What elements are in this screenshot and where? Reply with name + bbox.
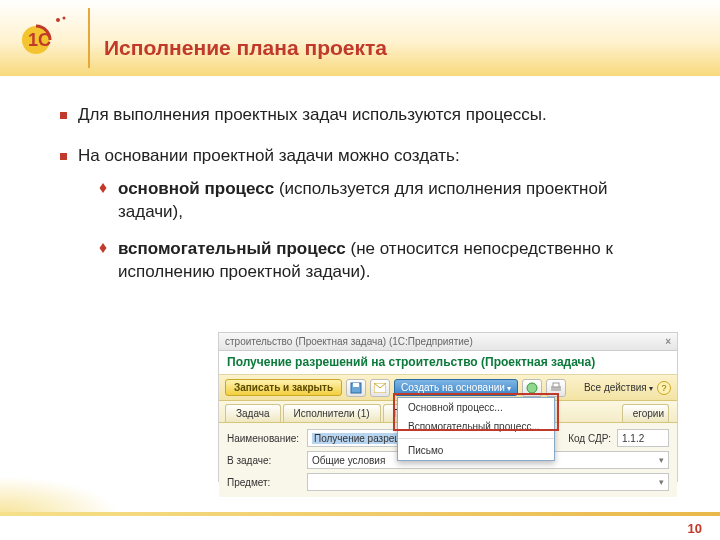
save-button[interactable] — [346, 379, 366, 397]
create-based-on-button[interactable]: Создать на основании — [394, 379, 518, 396]
menu-item-main-process[interactable]: Основной процесс... — [398, 398, 554, 417]
svg-point-7 — [527, 383, 537, 393]
footer-line — [0, 512, 720, 516]
subbullet-2: вспомогательный процесс (не относится не… — [90, 238, 660, 284]
svg-point-2 — [56, 18, 60, 22]
help-button[interactable]: ? — [657, 381, 671, 395]
bullet-1: Для выполнения проектных задач использую… — [60, 104, 660, 127]
bullet-2-text: На основании проектной задачи можно созд… — [78, 146, 460, 165]
subject-label: Предмет: — [227, 477, 301, 488]
save-and-close-button[interactable]: Записать и закрыть — [225, 379, 342, 396]
footer-decoration — [0, 476, 120, 516]
bullet-2: На основании проектной задачи можно созд… — [60, 145, 660, 284]
subbullet-1: основной процесс (используется для испол… — [90, 178, 660, 224]
menu-item-aux-process[interactable]: Вспомогательный процесс... — [398, 417, 554, 436]
create-based-on-menu: Основной процесс... Вспомогательный проц… — [397, 397, 555, 461]
diskette-icon — [350, 382, 362, 394]
all-actions-button[interactable]: Все действия — [584, 382, 653, 393]
menu-item-letter[interactable]: Письмо — [398, 441, 554, 460]
print-button[interactable] — [546, 379, 566, 397]
page-number: 10 — [688, 521, 702, 536]
in-task-label: В задаче: — [227, 455, 301, 466]
svg-rect-5 — [353, 383, 359, 387]
window-title-text: строительство (Проектная задача) (1С:Пре… — [225, 336, 473, 347]
code-input[interactable]: 1.1.2 — [617, 429, 669, 447]
report-button[interactable] — [522, 379, 542, 397]
svg-point-3 — [63, 17, 66, 20]
svg-text:1C: 1C — [28, 30, 51, 50]
close-icon[interactable]: × — [665, 336, 671, 347]
window-titlebar: строительство (Проектная задача) (1С:Пре… — [219, 333, 677, 351]
mail-button[interactable] — [370, 379, 390, 397]
header-separator — [88, 8, 90, 68]
slide-title: Исполнение плана проекта — [104, 36, 387, 60]
envelope-icon — [374, 383, 386, 393]
name-label: Наименование: — [227, 433, 301, 444]
printer-icon — [550, 382, 562, 394]
app-screenshot: строительство (Проектная задача) (1С:Пре… — [218, 332, 678, 482]
logo-1c: 1C — [18, 10, 76, 58]
subject-select[interactable] — [307, 473, 669, 491]
subbullet-2-term: вспомогательный процесс — [118, 239, 346, 258]
menu-separator — [398, 438, 554, 439]
slide-header: 1C Исполнение плана проекта — [0, 0, 720, 76]
code-label: Код СДР: — [551, 433, 611, 444]
slide-body: Для выполнения проектных задач использую… — [0, 76, 720, 284]
tab-executors[interactable]: Исполнители (1) — [283, 404, 381, 422]
tab-truncated-right[interactable]: егории — [622, 404, 669, 422]
tab-task[interactable]: Задача — [225, 404, 281, 422]
subbullet-1-term: основной процесс — [118, 179, 274, 198]
form-header: Получение разрешений на строительство (П… — [219, 351, 677, 375]
toolbar: Записать и закрыть Создать на основании … — [219, 375, 677, 401]
svg-rect-9 — [553, 383, 559, 387]
report-icon — [526, 382, 538, 394]
